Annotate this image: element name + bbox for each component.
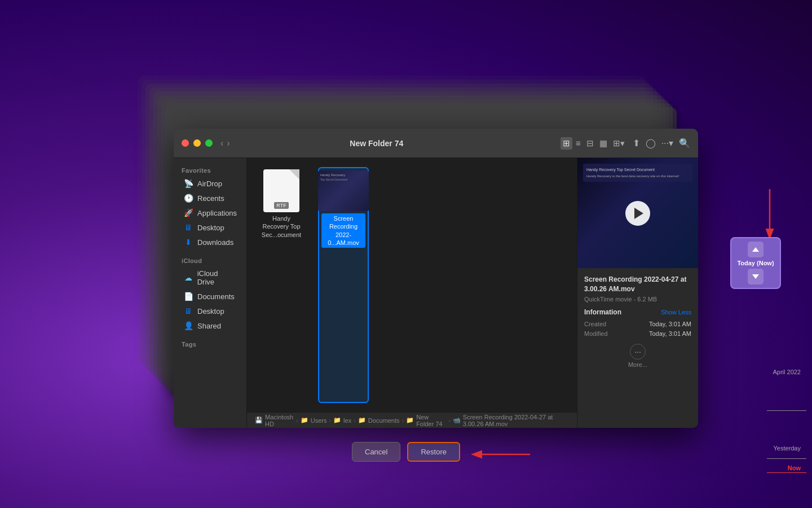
share-icon[interactable]: ⬆: [633, 138, 640, 148]
main-content: RTF Handy Recovery Top Sec...ocument Han…: [247, 158, 577, 428]
desktop-icon: 🖥: [184, 223, 193, 232]
gallery-view-button[interactable]: ▦: [597, 137, 610, 150]
column-view-button[interactable]: ⊟: [584, 137, 596, 150]
today-arrow-down-button[interactable]: [748, 269, 764, 284]
applications-icon: 🚀: [184, 208, 193, 217]
applications-label: Applications: [197, 209, 237, 217]
icloud-label: iCloud: [174, 255, 246, 266]
info-label: Information: [584, 308, 621, 316]
today-arrow-up-button[interactable]: [748, 242, 764, 257]
recents-icon: 🕐: [184, 194, 193, 203]
path-bar: 💾 Macintosh HD › 📁 Users › 📁 lex › 📁 Doc…: [247, 412, 577, 428]
shared-icon: 👤: [184, 321, 193, 330]
sidebar-item-icloud-drive[interactable]: ☁ iCloud Drive: [176, 266, 244, 289]
users-folder-icon: 📁: [301, 417, 308, 424]
downloads-label: Downloads: [197, 238, 233, 247]
yesterday-line: [767, 458, 806, 459]
preview-video-overlay: Handy Recovery Top Secret Document Handy…: [583, 164, 692, 182]
april-line: [767, 410, 806, 411]
group-view-button[interactable]: ⊞▾: [611, 137, 627, 150]
preview-overlay-text: Handy Recovery is the best data recovery…: [586, 174, 689, 178]
sidebar-item-shared[interactable]: 👤 Shared: [176, 318, 244, 333]
more-dots-icon: ···: [630, 344, 646, 360]
preview-info: Screen Recording 2022-04-27 at 3.00.26 A…: [577, 268, 698, 428]
sidebar-item-downloads[interactable]: ⬇ Downloads: [176, 235, 244, 249]
preview-panel: Handy Recovery Top Secret Document Handy…: [577, 158, 698, 428]
rtf-file-label: Handy Recovery Top Sec...ocument: [259, 214, 304, 239]
path-sep-5: ›: [448, 417, 451, 424]
sidebar-item-desktop[interactable]: 🖥 Desktop: [176, 220, 244, 235]
play-button[interactable]: [625, 201, 650, 226]
rtf-file-icon: RTF: [263, 169, 299, 212]
video-thumb-inner: Handy Recovery Top Secret Document: [318, 170, 369, 211]
close-button[interactable]: [182, 139, 189, 147]
documents-icon: 📄: [184, 292, 193, 301]
list-view-button[interactable]: ≡: [573, 137, 583, 149]
tags-label: Tags: [174, 339, 246, 350]
preview-filename: Screen Recording 2022-04-27 at 3.00.26 A…: [584, 275, 691, 294]
path-file-label: Screen Recording 2022-04-27 at 3.00.26 A…: [463, 414, 569, 427]
modified-label: Modified: [584, 330, 608, 337]
path-sep-1: ›: [296, 417, 298, 424]
more-icon[interactable]: ···▾: [661, 138, 673, 148]
sidebar-item-desktop-icloud[interactable]: 🖥 Desktop: [176, 304, 244, 318]
sidebar-item-recents[interactable]: 🕐 Recents: [176, 191, 244, 205]
window-title: New Folder 74: [193, 139, 561, 148]
shared-label: Shared: [197, 322, 221, 330]
preview-meta: QuickTime movie - 6.2 MB: [584, 296, 691, 303]
sidebar-item-airdrop[interactable]: 📡 AirDrop: [176, 176, 244, 191]
path-users: 📁 Users: [301, 417, 327, 424]
icloud-drive-label: iCloud Drive: [197, 269, 236, 286]
desktop-icloud-icon: 🖥: [184, 306, 193, 316]
sidebar-item-applications[interactable]: 🚀 Applications: [176, 205, 244, 220]
rtf-file-item[interactable]: RTF Handy Recovery Top Sec...ocument: [256, 167, 307, 403]
search-icon[interactable]: 🔍: [679, 138, 690, 148]
hd-icon: 💾: [255, 417, 263, 424]
path-hd-label: Macintosh HD: [265, 414, 294, 427]
recents-label: Recents: [197, 194, 224, 203]
cancel-button[interactable]: Cancel: [352, 442, 400, 462]
svg-marker-2: [752, 247, 759, 252]
path-sep-4: ›: [401, 417, 404, 424]
video-thumbnail: Handy Recovery Top Secret Document: [318, 170, 369, 211]
more-text: More...: [628, 361, 647, 368]
airdrop-label: AirDrop: [197, 179, 222, 188]
file-icon: 📹: [453, 417, 461, 424]
video-file-item[interactable]: Handy Recovery Top Secret Document Scree…: [318, 167, 369, 403]
path-documents-label: Documents: [368, 417, 400, 424]
documents-label: Documents: [197, 292, 235, 301]
today-popup: Today (Now): [730, 237, 781, 289]
april-label: April 2022: [767, 369, 812, 375]
toolbar-icons: ⊞ ≡ ⊟ ▦ ⊞▾ ⬆ ◯ ···▾ 🔍: [561, 137, 690, 150]
documents-folder-icon: 📁: [358, 417, 366, 424]
icloud-icon: ☁: [184, 273, 193, 282]
sidebar: Favorites 📡 AirDrop 🕐 Recents 🚀 Applicat…: [174, 158, 247, 428]
now-label: Now: [767, 465, 812, 471]
rtf-badge: RTF: [274, 202, 288, 209]
show-less-button[interactable]: Show Less: [661, 309, 691, 316]
restore-button[interactable]: Restore: [407, 442, 460, 462]
yesterday-label: Yesterday: [767, 445, 812, 452]
favorites-label: Favorites: [174, 165, 246, 176]
modified-value: Today, 3:01 AM: [649, 330, 691, 337]
finder-window: ‹ › New Folder 74 ⊞ ≡ ⊟ ▦ ⊞▾ ⬆ ◯ ···▾ 🔍 …: [174, 129, 698, 428]
more-button[interactable]: ··· More...: [584, 344, 691, 368]
icon-view-button[interactable]: ⊞: [561, 137, 572, 150]
title-bar: ‹ › New Folder 74 ⊞ ≡ ⊟ ▦ ⊞▾ ⬆ ◯ ···▾ 🔍: [174, 129, 698, 158]
window-body: Favorites 📡 AirDrop 🕐 Recents 🚀 Applicat…: [174, 158, 698, 428]
sidebar-item-documents[interactable]: 📄 Documents: [176, 289, 244, 304]
path-lex-label: lex: [343, 417, 351, 424]
now-line: [767, 472, 806, 473]
lex-folder-icon: 📁: [333, 417, 341, 424]
folder74-icon: 📁: [406, 417, 414, 424]
play-icon: [634, 208, 643, 219]
path-folder74-label: New Folder 74: [416, 414, 446, 427]
today-down-arrow: [761, 186, 778, 243]
tag-icon[interactable]: ◯: [646, 138, 656, 148]
modified-row: Modified Today, 3:01 AM: [584, 330, 691, 337]
video-file-label: Screen Recording 2022-0...AM.mov: [321, 213, 365, 248]
created-label: Created: [584, 321, 606, 327]
restore-arrow: [468, 446, 536, 463]
files-area: RTF Handy Recovery Top Sec...ocument Han…: [247, 158, 577, 412]
svg-marker-3: [752, 274, 759, 279]
